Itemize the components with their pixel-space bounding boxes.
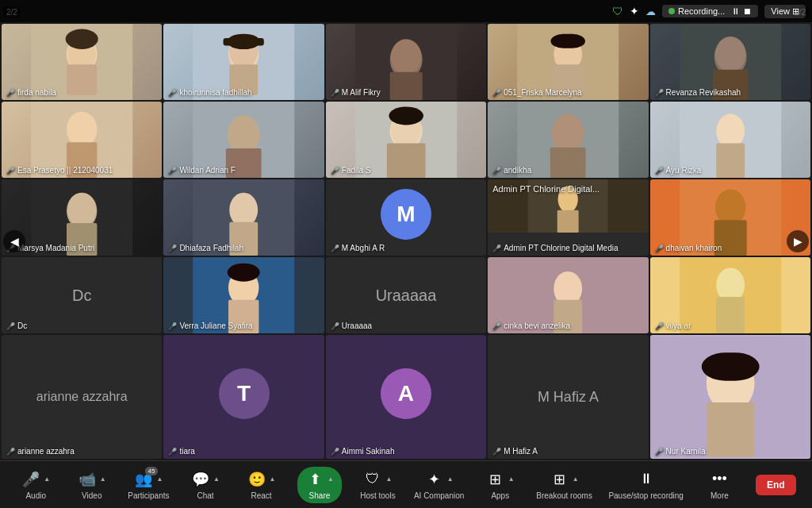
svg-point-45 [230, 193, 259, 228]
hosttools-button[interactable]: 🛡 ▲ Host tools [358, 470, 397, 500]
share-button[interactable]: ⬆ ▲ Share [297, 467, 342, 503]
participant-cell-dc[interactable]: Dc 🎤 Dc [2, 257, 162, 333]
chat-button[interactable]: 💬 ▲ Chat [186, 470, 225, 500]
aicompanion-label: AI Companion [414, 491, 464, 500]
cloud-icon: ☁ [645, 6, 656, 17]
participant-cell-tiara[interactable]: T 🎤 tiara [163, 335, 324, 459]
pause-icon[interactable]: ⏸ [731, 6, 740, 16]
participant-cell-revanza[interactable]: 🎤 Revanza Revikashah [650, 24, 810, 100]
participant-cell-alif[interactable]: 🎤 M Alif Fikry [326, 24, 486, 100]
recording-badge[interactable]: Recording... ⏸ ⏹ [662, 5, 758, 17]
svg-point-27 [228, 115, 260, 154]
svg-point-56 [228, 264, 260, 282]
audio-button[interactable]: 🎤 ▲ Audio [16, 470, 56, 500]
svg-point-21 [715, 37, 745, 72]
participant-name-mhafiz: 🎤 M Hafiz A [492, 447, 538, 456]
mic-muted-icon: 🎤 [6, 167, 15, 175]
participant-cell-friska[interactable]: 🎤 051_Friska Marcelyna [488, 24, 648, 100]
pausestop-button[interactable]: ⏸ Pause/stop recording [608, 470, 684, 500]
svg-rect-62 [716, 297, 745, 333]
aicompanion-button[interactable]: ✦ ▲ AI Companion [414, 470, 464, 500]
chat-chevron: ▲ [213, 475, 220, 483]
participant-cell-aimmi[interactable]: A 🎤 Aimmi Sakinah [326, 335, 486, 459]
participant-cell-verra[interactable]: 🎤 Verra Juliane Syafira [163, 257, 324, 333]
end-button[interactable]: End [756, 475, 796, 495]
participant-name-admin: 🎤 Admin PT Chlorine Digital Media [492, 244, 618, 252]
participant-cell-nur[interactable]: 🎤 Nur Karnila [650, 335, 810, 459]
participant-name-dhaivan: 🎤 dhaivan khairon [655, 244, 722, 252]
more-button[interactable]: ••• More [699, 470, 739, 500]
view-button[interactable]: View ⊞ [764, 5, 806, 18]
participants-button[interactable]: 👥 45 ▲ Participants [128, 470, 169, 500]
pausestop-icon: ⏸ [637, 470, 656, 489]
participant-cell-ayu[interactable]: 🎤 Ayu Rizka [650, 102, 810, 178]
end-label: End [767, 479, 785, 491]
participants-chevron: ▲ [156, 475, 163, 483]
participant-cell-wildan[interactable]: 🎤 Wildan Adrian F [163, 102, 324, 178]
participant-name-friska: 🎤 051_Friska Marcelyna [492, 88, 581, 97]
svg-rect-39 [716, 144, 745, 179]
participant-cell-dhiafaza[interactable]: 🎤 Dhiafaza Fadhilah [163, 179, 324, 256]
participants-badge: 45 [145, 467, 159, 475]
mic-muted-icon: 🎤 [655, 89, 664, 97]
svg-point-42 [67, 193, 96, 228]
svg-rect-49 [557, 210, 579, 233]
participant-cell-arianne[interactable]: arianne azzahra 🎤 arianne azzahra [2, 335, 162, 459]
svg-rect-36 [550, 148, 586, 178]
participant-cell-marsya[interactable]: 🎤 Marsya Madania Putri [2, 179, 162, 256]
participant-cell-khoir[interactable]: 🎤 khoirunnisa fadhillah [163, 24, 324, 100]
participant-cell-uraaaaa[interactable]: Uraaaaa 🎤 Uraaaaa [326, 257, 486, 333]
video-chevron: ▲ [100, 475, 106, 483]
breakoutrooms-chevron: ▲ [573, 475, 579, 483]
aicompanion-chevron: ▲ [447, 475, 454, 483]
react-label: React [251, 491, 271, 500]
participant-name-ayu: 🎤 Ayu Rizka [655, 166, 702, 175]
nav-arrow-right[interactable]: ▶ [787, 230, 809, 252]
participant-cell-vilya[interactable]: 🎤 vilya ar [650, 257, 810, 333]
apps-icon: ⊞ [486, 470, 505, 489]
react-button[interactable]: 🙂 ▲ React [242, 470, 282, 500]
participant-cell-mhafiz[interactable]: M Hafiz A 🎤 M Hafiz A [488, 335, 648, 459]
participant-cell-fadila[interactable]: 🎤 Fadila S [326, 102, 486, 178]
react-chevron: ▲ [270, 475, 276, 483]
participant-name-fadila: 🎤 Fadila S [331, 166, 371, 175]
svg-point-4 [66, 29, 98, 49]
mic-muted-icon: 🎤 [168, 89, 177, 97]
apps-button[interactable]: ⊞ ▲ Apps [481, 470, 520, 500]
breakoutrooms-button[interactable]: ⊞ ▲ Breakout rooms [536, 470, 592, 500]
hosttools-label: Host tools [360, 491, 395, 500]
svg-point-33 [389, 106, 423, 125]
participant-cell-firda[interactable]: 🎤 firda nabila [2, 24, 162, 100]
aicompanion-icon: ✦ [425, 470, 444, 489]
participant-cell-admin[interactable]: Admin PT Chlorine Digital... 🎤 Admin PT … [488, 179, 648, 256]
participant-name-arianne: 🎤 arianne azzahra [6, 447, 75, 456]
dc-display-name: Dc [72, 287, 91, 305]
participant-cell-andikha[interactable]: 🎤 andikha [488, 102, 648, 178]
svg-rect-10 [224, 38, 264, 46]
participant-name-revanza: 🎤 Revanza Revikashah [655, 88, 741, 97]
stop-icon[interactable]: ⏹ [743, 6, 752, 16]
mic-muted-icon: 🎤 [331, 89, 339, 97]
nav-arrow-left[interactable]: ◀ [3, 230, 25, 252]
more-label: More [710, 491, 729, 500]
participant-cell-mabghi[interactable]: M 🎤 M Abghi A R [326, 179, 486, 256]
mic-muted-icon: 🎤 [168, 167, 177, 175]
video-icon: 📹 [78, 470, 97, 489]
svg-rect-65 [706, 402, 754, 457]
video-button[interactable]: 📹 ▲ Video [72, 470, 112, 500]
svg-point-13 [391, 39, 421, 75]
svg-point-38 [716, 114, 745, 148]
svg-point-35 [552, 114, 584, 152]
avatar-circle-tiara: T [219, 368, 270, 419]
participant-cell-esa[interactable]: 🎤 Esa Prasetyo || 212040031 [2, 102, 162, 178]
svg-rect-3 [67, 64, 97, 94]
avatar-circle-mabghi: M [381, 189, 431, 240]
breakoutrooms-icon: ⊞ [550, 470, 569, 489]
participant-name-tiara: 🎤 tiara [168, 447, 194, 456]
share-chevron: ▲ [327, 475, 334, 483]
participant-name-uraaaaa: 🎤 Uraaaaa [331, 321, 372, 330]
audio-icon: 🎤 [21, 470, 40, 489]
video-label: Video [82, 491, 102, 500]
share-icon: ⬆ [305, 470, 324, 489]
participant-cell-cinka[interactable]: 🎤 cinka bevi anzelika [488, 257, 648, 333]
